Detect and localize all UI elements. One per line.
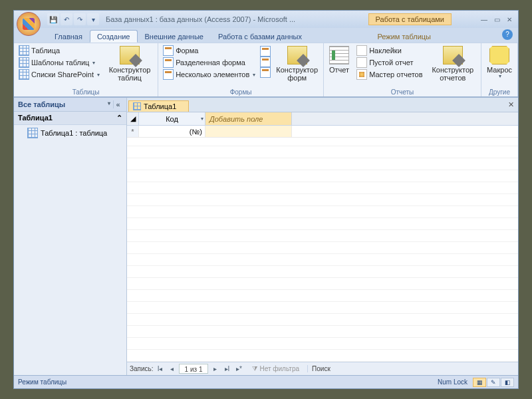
group-reports: Отчет Наклейки Пустой отчет Мастер отчет… bbox=[324, 43, 481, 96]
multi-items-icon bbox=[163, 69, 174, 80]
cell-add-new[interactable] bbox=[205, 126, 292, 137]
tab-database-tools[interactable]: Работа с базами данных bbox=[211, 30, 309, 43]
save-icon[interactable]: 💾 bbox=[47, 13, 59, 25]
minimize-icon[interactable]: — bbox=[478, 15, 490, 24]
status-numlock: Num Lock bbox=[438, 378, 467, 386]
ribbon-tabs: Главная Создание Внешние данные Работа с… bbox=[14, 28, 518, 43]
new-record-icon[interactable]: ▸* bbox=[233, 364, 244, 374]
blank-report-icon bbox=[356, 57, 367, 68]
first-record-icon[interactable]: I◂ bbox=[155, 364, 166, 374]
undo-icon[interactable]: ↶ bbox=[61, 13, 72, 25]
group-forms: Форма Разделенная форма Несколько элемен… bbox=[158, 43, 324, 96]
filter-indicator[interactable]: ⧩Нет фильтра bbox=[252, 365, 299, 373]
redo-icon[interactable]: ↷ bbox=[74, 13, 86, 25]
group-tables: Таблица Шаблоны таблиц▾ Списки SharePoin… bbox=[14, 43, 158, 96]
sharepoint-icon bbox=[19, 69, 29, 80]
cell-id-new[interactable]: (№) bbox=[139, 126, 205, 137]
form-designer-button[interactable]: Конструктор форм bbox=[273, 45, 321, 83]
column-header-id[interactable]: Код▾ bbox=[139, 112, 205, 125]
report-icon bbox=[329, 46, 349, 65]
doc-tab-icon bbox=[133, 102, 141, 110]
group-label-reports: Отчеты bbox=[327, 88, 478, 96]
group-label-tables: Таблицы bbox=[17, 88, 155, 96]
group-other: Макрос▾ Другие bbox=[481, 43, 518, 96]
nav-group-collapse-icon[interactable]: ⌃ bbox=[116, 114, 122, 122]
labels-button[interactable]: Наклейки bbox=[354, 45, 424, 57]
form-extra-icon-2[interactable] bbox=[260, 57, 271, 67]
last-record-icon[interactable]: ▸I bbox=[221, 364, 232, 374]
record-navigator: Запись: I◂ ◂ 1 из 1 ▸ ▸I ▸* ⧩Нет фильтра… bbox=[127, 362, 518, 375]
form-designer-icon bbox=[287, 46, 307, 65]
select-all-cell[interactable]: ◢ bbox=[127, 112, 139, 125]
content-area: Все таблицы ▾« Таблица1 ⌃ Таблица1 : таб… bbox=[14, 97, 518, 375]
form-icon bbox=[163, 45, 174, 56]
ribbon: Таблица Шаблоны таблиц▾ Списки SharePoin… bbox=[14, 43, 518, 97]
restore-icon[interactable]: ▭ bbox=[491, 15, 503, 24]
tab-home[interactable]: Главная bbox=[47, 30, 90, 43]
report-button[interactable]: Отчет bbox=[327, 45, 352, 75]
document-tabs: Таблица1 ✕ bbox=[127, 98, 518, 112]
table-button[interactable]: Таблица bbox=[17, 45, 102, 57]
table-object-icon bbox=[27, 128, 38, 138]
nav-group-header[interactable]: Таблица1 ⌃ bbox=[14, 112, 126, 125]
macro-button[interactable]: Макрос▾ bbox=[484, 45, 515, 81]
status-mode: Режим таблицы bbox=[18, 378, 66, 386]
group-label-forms: Формы bbox=[161, 88, 321, 96]
tab-datasheet-mode[interactable]: Режим таблицы bbox=[370, 30, 438, 43]
record-position[interactable]: 1 из 1 bbox=[179, 364, 209, 374]
record-label: Запись: bbox=[130, 365, 154, 372]
sharepoint-lists-button[interactable]: Списки SharePoint▾ bbox=[17, 68, 102, 80]
datasheet[interactable]: ◢ Код▾ Добавить поле * (№) bbox=[127, 112, 518, 362]
view-switcher: ▦ ✎ ◧ bbox=[473, 378, 514, 387]
report-designer-button[interactable]: Конструктор отчетов bbox=[428, 45, 479, 83]
design-view-icon[interactable]: ✎ bbox=[487, 378, 500, 387]
column-header-add-field[interactable]: Добавить поле bbox=[205, 112, 292, 125]
nav-header[interactable]: Все таблицы ▾« bbox=[14, 98, 126, 112]
datasheet-view-icon[interactable]: ▦ bbox=[473, 378, 486, 387]
quick-access-toolbar: 💾 ↶ ↷ ▾ bbox=[47, 13, 99, 25]
nav-item-table1[interactable]: Таблица1 : таблица bbox=[14, 125, 126, 141]
qat-dropdown-icon[interactable]: ▾ bbox=[87, 13, 99, 25]
form-extra-icon-1[interactable] bbox=[260, 46, 271, 57]
row-selector-new[interactable]: * bbox=[127, 126, 139, 137]
other-view-icon[interactable]: ◧ bbox=[501, 378, 514, 387]
tab-external-data[interactable]: Внешние данные bbox=[138, 30, 211, 43]
macro-icon bbox=[489, 46, 509, 65]
status-bar: Режим таблицы Num Lock ▦ ✎ ◧ bbox=[14, 375, 518, 388]
prev-record-icon[interactable]: ◂ bbox=[167, 364, 178, 374]
report-wizard-icon bbox=[356, 69, 367, 80]
report-wizard-button[interactable]: Мастер отчетов bbox=[354, 68, 424, 80]
nav-dropdown-icon[interactable]: ▾ bbox=[108, 100, 110, 108]
multiple-items-button[interactable]: Несколько элементов▾ bbox=[161, 68, 257, 80]
blank-report-button[interactable]: Пустой отчет bbox=[354, 57, 424, 68]
next-record-icon[interactable]: ▸ bbox=[209, 364, 220, 374]
new-record-row[interactable]: * (№) bbox=[127, 126, 518, 138]
split-form-icon bbox=[163, 57, 174, 68]
close-document-icon[interactable]: ✕ bbox=[508, 100, 514, 109]
app-window: 💾 ↶ ↷ ▾ База данных1 : база данных (Acce… bbox=[13, 10, 519, 389]
title-bar: 💾 ↶ ↷ ▾ База данных1 : база данных (Acce… bbox=[14, 11, 518, 28]
group-label-other: Другие bbox=[484, 88, 515, 96]
table-templates-icon bbox=[19, 57, 29, 68]
filter-icon: ⧩ bbox=[252, 365, 257, 373]
main-area: Таблица1 ✕ ◢ Код▾ Добавить поле * (№) За… bbox=[127, 98, 518, 375]
empty-grid bbox=[127, 138, 518, 362]
table-templates-button[interactable]: Шаблоны таблиц▾ bbox=[17, 57, 102, 68]
form-button[interactable]: Форма bbox=[161, 45, 257, 57]
navigation-pane: Все таблицы ▾« Таблица1 ⌃ Таблица1 : таб… bbox=[14, 98, 127, 375]
report-designer-icon bbox=[443, 46, 463, 65]
window-title: База данных1 : база данных (Access 2007)… bbox=[106, 15, 368, 23]
nav-collapse-icon[interactable]: « bbox=[113, 100, 122, 108]
office-button[interactable] bbox=[17, 12, 41, 36]
contextual-tab-title: Работа с таблицами bbox=[368, 13, 452, 25]
close-window-icon[interactable]: ✕ bbox=[503, 15, 515, 24]
split-form-button[interactable]: Разделенная форма bbox=[161, 57, 257, 68]
tab-create[interactable]: Создание bbox=[90, 30, 138, 43]
labels-icon bbox=[356, 45, 367, 56]
form-extra-icon-3[interactable] bbox=[260, 67, 271, 78]
help-icon[interactable]: ? bbox=[502, 29, 513, 40]
document-tab-table1[interactable]: Таблица1 bbox=[128, 100, 189, 112]
search-box[interactable]: Поиск bbox=[307, 365, 331, 372]
table-designer-icon bbox=[120, 46, 140, 65]
table-designer-button[interactable]: Конструктор таблиц bbox=[104, 45, 155, 83]
